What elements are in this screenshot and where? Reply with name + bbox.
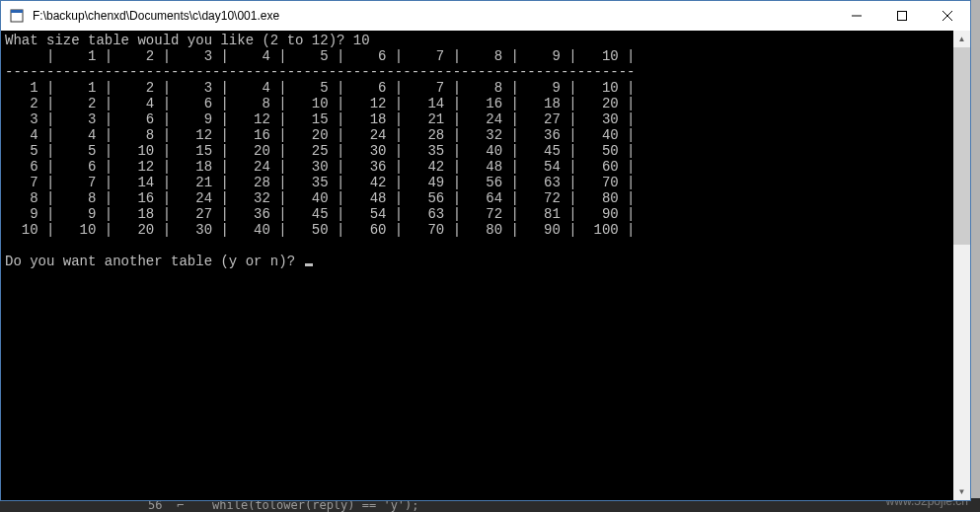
text-cursor (305, 263, 313, 266)
scroll-down-icon[interactable]: ▼ (953, 483, 970, 500)
minimize-button[interactable] (834, 1, 879, 31)
svg-rect-1 (11, 10, 23, 13)
app-icon (9, 8, 25, 24)
window-title: F:\backup\chenxd\Documents\c\day10\001.e… (31, 9, 834, 23)
console-window: F:\backup\chenxd\Documents\c\day10\001.e… (0, 0, 971, 501)
scroll-up-icon[interactable]: ▲ (953, 31, 970, 47)
titlebar[interactable]: F:\backup\chenxd\Documents\c\day10\001.e… (1, 1, 970, 31)
close-button[interactable] (925, 1, 970, 31)
scroll-thumb[interactable] (953, 47, 970, 245)
console-output[interactable]: What size table would you like (2 to 12)… (1, 31, 953, 500)
svg-rect-3 (898, 12, 907, 21)
maximize-button[interactable] (879, 1, 925, 31)
scrollbar[interactable]: ▲ ▼ (953, 31, 970, 500)
